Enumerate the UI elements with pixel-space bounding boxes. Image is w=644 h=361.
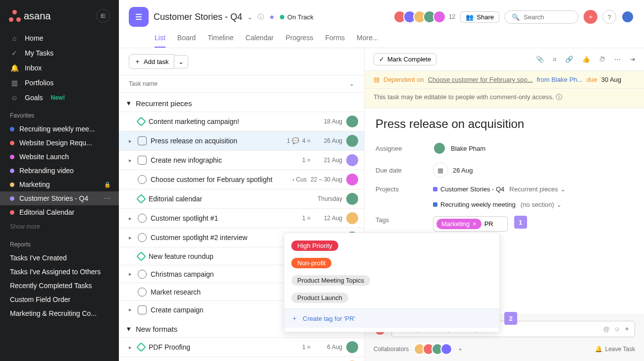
complete-check-icon[interactable]	[138, 270, 147, 279]
task-row[interactable]: ▸PDF Proofing1 ⌗6 Aug	[119, 337, 364, 357]
assignee-avatar[interactable]	[346, 174, 358, 185]
complete-check-icon[interactable]	[138, 214, 147, 223]
complete-check-icon[interactable]	[136, 251, 146, 261]
caret-down-icon[interactable]: ▾	[127, 324, 131, 333]
tab-list[interactable]: List	[155, 31, 165, 48]
complete-check-icon[interactable]	[138, 136, 147, 145]
member-avatars[interactable]: 12	[393, 10, 455, 23]
assignee-avatar[interactable]	[346, 135, 358, 147]
search-input[interactable]: 🔍Search	[504, 10, 579, 24]
dep-from-link[interactable]: from Blake Ph...	[537, 76, 582, 83]
assignee-avatar[interactable]	[346, 341, 358, 353]
tag-option[interactable]: Product Meeting Topics	[284, 272, 499, 289]
complete-check-icon[interactable]	[138, 288, 147, 297]
task-row[interactable]: ▸Create new infographic1 ⌗21 Aug	[119, 150, 364, 170]
like-icon[interactable]: 👍	[582, 56, 590, 63]
caret-right-icon[interactable]: ▸	[127, 271, 134, 277]
star-icon[interactable]: ✦	[624, 325, 630, 333]
tag-option[interactable]: Product Launch	[284, 289, 499, 306]
complete-check-icon[interactable]	[136, 342, 146, 352]
tag-option[interactable]: High Priority	[284, 237, 499, 254]
nav-home[interactable]: ⌂Home	[0, 31, 119, 46]
add-collaborator-button[interactable]: ＋	[457, 345, 463, 354]
nav-goals[interactable]: ☺GoalsNew!	[0, 90, 119, 105]
caret-right-icon[interactable]: ▸	[127, 306, 134, 313]
dep-task-link[interactable]: Choose customer for February spo...	[428, 76, 533, 83]
sidebar-item-favorite[interactable]: Marketing🔒	[0, 178, 119, 191]
caret-right-icon[interactable]: ▸	[127, 344, 134, 351]
task-row[interactable]: ▸Press release on acquisition1 💬4 ⌗26 Au…	[119, 131, 364, 150]
complete-check-icon[interactable]	[136, 194, 146, 204]
sidebar-item-report[interactable]: Tasks I've Created	[0, 251, 119, 265]
complete-check-icon[interactable]	[138, 175, 147, 184]
complete-check-icon[interactable]	[138, 233, 147, 242]
at-icon[interactable]: @	[603, 325, 610, 333]
link-icon[interactable]: 🔗	[565, 56, 573, 63]
project-icon[interactable]	[129, 7, 149, 27]
emoji-icon[interactable]: ☺	[614, 325, 620, 333]
quick-add-button[interactable]: ＋	[584, 10, 597, 24]
caret-down-icon[interactable]: ▾	[127, 99, 131, 108]
assignee-avatar[interactable]	[346, 154, 358, 166]
sidebar-item-report[interactable]: Recently Completed Tasks	[0, 279, 119, 293]
close-panel-icon[interactable]: ⇥	[630, 56, 635, 63]
sidebar-item-favorite[interactable]: Recruiting weekly mee...	[0, 122, 119, 136]
sidebar-item-favorite[interactable]: Rebranding video	[0, 164, 119, 178]
task-row[interactable]: ▸Customer spotlight #11 ⌗12 Aug	[119, 208, 364, 228]
assignee-avatar[interactable]	[346, 116, 358, 127]
subtask-icon[interactable]: ⌗	[553, 56, 556, 63]
collapse-sidebar-button[interactable]	[96, 9, 110, 23]
show-more-link[interactable]: Show more	[0, 219, 119, 234]
tab-more[interactable]: More...	[357, 31, 378, 48]
nav-portfolios[interactable]: ▥Portfolios	[0, 75, 119, 90]
status-pill[interactable]: On Track	[280, 13, 314, 21]
caret-right-icon[interactable]: ▸	[127, 235, 134, 241]
project-pill[interactable]: Recruiting weekly meeting	[433, 201, 516, 208]
share-button[interactable]: 👥Share	[460, 11, 499, 23]
section-selector[interactable]: Recurrent pieces ⌄	[509, 185, 565, 193]
task-title[interactable]: Press release on acquisition	[365, 108, 644, 138]
tab-calendar[interactable]: Calendar	[246, 31, 274, 48]
leave-task-button[interactable]: 🔔 Leave Task	[595, 346, 636, 353]
sidebar-item-report[interactable]: Marketing & Recruiting Co...	[0, 306, 119, 320]
task-row[interactable]: Editorial calendarThursday	[119, 189, 364, 208]
assignee-avatar[interactable]	[346, 193, 358, 205]
sidebar-item-favorite[interactable]: Editorial Calendar	[0, 205, 119, 219]
more-icon[interactable]: ⋯	[614, 56, 621, 63]
tab-forms[interactable]: Forms	[325, 31, 345, 48]
task-row[interactable]: Work-life balance newsletterThursday	[119, 357, 364, 361]
tag-option[interactable]: Non-profit	[284, 254, 499, 272]
sidebar-item-favorite[interactable]: Customer Stories - Q4⋯	[0, 191, 119, 205]
create-tag-option[interactable]: ＋ Create tag for 'PR' 2	[284, 308, 499, 328]
collaborator-avatars[interactable]	[414, 343, 452, 355]
info-icon[interactable]: ⓘ	[556, 93, 562, 101]
caret-right-icon[interactable]: ▸	[127, 157, 134, 164]
project-title[interactable]: Customer Stories - Q4	[154, 12, 242, 22]
section-selector[interactable]: (no section) ⌄	[521, 201, 562, 208]
assignee-field[interactable]: Blake Pham	[433, 142, 485, 155]
chevron-down-icon[interactable]: ⌄	[247, 13, 253, 21]
help-button[interactable]: ?	[602, 10, 616, 24]
complete-check-icon[interactable]	[138, 156, 147, 165]
task-row[interactable]: Choose customer for February spotlight‹ …	[119, 170, 364, 189]
duedate-field[interactable]: ▦ 26 Aug	[433, 163, 473, 178]
star-icon[interactable]: ★	[269, 13, 275, 21]
tab-timeline[interactable]: Timeline	[208, 31, 233, 48]
nav-inbox[interactable]: 🔔Inbox	[0, 60, 119, 75]
tab-progress[interactable]: Progress	[285, 31, 313, 48]
nav-my-tasks[interactable]: ✓My Tasks	[0, 46, 119, 60]
sidebar-item-report[interactable]: Custom Field Order	[0, 293, 119, 306]
logo[interactable]: asana	[9, 10, 51, 22]
tag-chip[interactable]: Marketing×	[436, 219, 482, 229]
caret-right-icon[interactable]: ▸	[127, 138, 134, 144]
tab-board[interactable]: Board	[177, 31, 196, 48]
more-icon[interactable]: ⋯	[104, 194, 111, 202]
user-avatar[interactable]	[621, 10, 634, 23]
project-pill[interactable]: Customer Stories - Q4	[433, 185, 504, 193]
tags-input[interactable]: Marketing× 1 High Priority Non-profit Pr…	[433, 216, 508, 232]
sidebar-item-report[interactable]: Tasks I've Assigned to Others	[0, 265, 119, 279]
task-row[interactable]: Content marketing campaign!18 Aug	[119, 112, 364, 131]
close-icon[interactable]: ×	[473, 220, 477, 228]
tag-text-input[interactable]	[484, 220, 504, 228]
column-header[interactable]: Task name ⌄	[119, 75, 364, 93]
